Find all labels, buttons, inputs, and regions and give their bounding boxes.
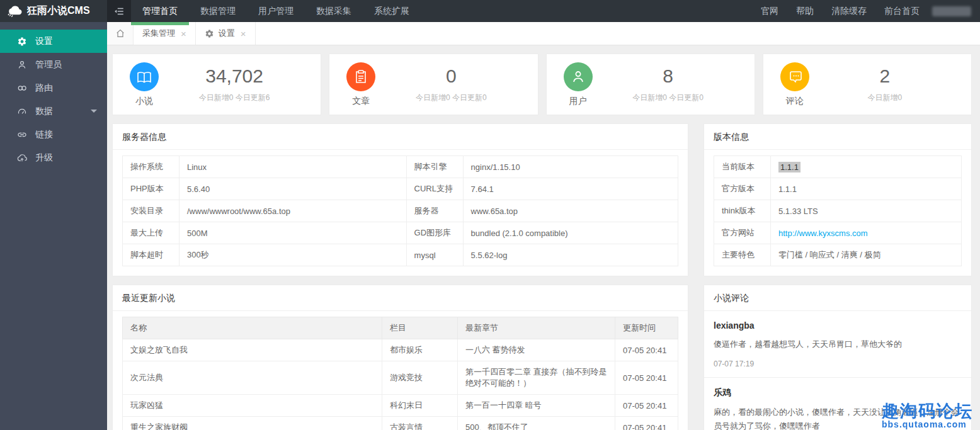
panel-title: 版本信息: [704, 124, 971, 150]
table-row: 官方版本 1.1.1: [714, 178, 962, 200]
stat-card-novels: 小说 34,702 今日新增0 今日更新6: [112, 54, 321, 115]
info-label: GD图形库: [406, 222, 463, 244]
table-row: think版本 5.1.33 LTS: [714, 200, 962, 222]
topbar: 狂雨小说CMS 管理首页 数据管理 用户管理 数据采集 系统扩展 官网 帮助 清…: [0, 0, 980, 22]
sidebar-item-admins[interactable]: 管理员: [0, 53, 107, 76]
main-content: 小说 34,702 今日新增0 今日更新6 文章 0 今日新增0 今日更新0: [107, 45, 980, 430]
info-label: 安装目录: [123, 200, 179, 222]
gear-icon: [205, 29, 214, 38]
info-value: /www/wwwroot/www.65a.top: [179, 200, 407, 222]
article-stat-circle: [346, 62, 375, 91]
panel-title: 服务器信息: [113, 124, 688, 150]
topbar-right-nav: 官网 帮助 清除缓存 前台首页: [752, 0, 980, 22]
info-value: nginx/1.15.10: [463, 156, 678, 178]
stat-value: 0: [379, 65, 523, 87]
watermark-title: 趣淘码论坛: [882, 402, 973, 420]
info-label: 主要特色: [714, 244, 771, 266]
route-icon: [17, 83, 27, 93]
nav-item-user-management[interactable]: 用户管理: [247, 0, 305, 22]
stat-label: 文章: [352, 96, 370, 107]
sidebar-item-data[interactable]: 数据: [0, 99, 107, 123]
sidebar-item-settings[interactable]: 设置: [0, 30, 107, 53]
novel-update-time: 07-05 20:41: [615, 417, 678, 430]
tab-label: 设置: [219, 28, 235, 39]
book-icon: [137, 69, 152, 84]
info-label: 官方网站: [714, 222, 771, 244]
sidebar-item-routes[interactable]: 路由: [0, 76, 107, 99]
chevron-down-icon: [91, 110, 97, 113]
nav-item-data-management[interactable]: 数据管理: [189, 0, 247, 22]
username-redacted[interactable]: [932, 6, 971, 16]
comment-text: 傻逼作者，越看越想骂人，天天吊胃口，草他大爷的: [714, 337, 962, 351]
nav-item-admin-home[interactable]: 管理首页: [131, 0, 189, 22]
info-label: 当前版本: [714, 156, 771, 178]
info-value: 7.64.1: [463, 178, 678, 200]
novel-latest-chapter: 第一百一十四章 暗号: [458, 395, 615, 417]
official-site-link[interactable]: http://www.kyxscms.com: [778, 229, 868, 238]
app-logo[interactable]: 狂雨小说CMS: [0, 0, 107, 22]
tabbar: 采集管理 × 设置 ×: [107, 22, 980, 45]
stat-label: 用户: [569, 96, 587, 107]
tab-collection-management[interactable]: 采集管理 ×: [134, 22, 196, 45]
sidebar-item-label: 管理员: [35, 59, 62, 71]
novel-category: 都市娱乐: [382, 339, 458, 361]
stat-value: 8: [596, 65, 741, 87]
nav-item-official-site[interactable]: 官网: [752, 0, 787, 22]
nav-item-clear-cache[interactable]: 清除缓存: [823, 0, 875, 22]
nav-item-frontend-home[interactable]: 前台首页: [875, 0, 928, 22]
close-icon[interactable]: ×: [181, 29, 186, 38]
data-gauge-icon: [17, 106, 27, 116]
nav-item-system-extension[interactable]: 系统扩展: [363, 0, 421, 22]
hamburger-icon: [113, 6, 125, 17]
sidebar-item-upgrade[interactable]: 升级: [0, 146, 107, 169]
article-icon: [353, 69, 368, 84]
column-header: 更新时间: [615, 317, 678, 339]
stat-cards-row: 小说 34,702 今日新增0 今日更新6 文章 0 今日新增0 今日更新0: [112, 54, 972, 115]
table-row: 玩家凶猛 科幻末日 第一百一十四章 暗号 07-05 20:41: [123, 395, 678, 417]
info-value: 5.5.62-log: [463, 244, 678, 266]
stat-subtitle: 今日新增0 今日更新6: [162, 93, 307, 103]
close-icon[interactable]: ×: [241, 29, 246, 38]
tab-home[interactable]: [107, 22, 134, 45]
stat-value: 2: [812, 65, 957, 87]
stat-label: 评论: [786, 96, 804, 107]
list-item: lexiangba 傻逼作者，越看越想骂人，天天吊胃口，草他大爷的 07-07 …: [704, 311, 971, 378]
panel-title: 小说评论: [704, 285, 971, 311]
table-row: 官方网站 http://www.kyxscms.com: [714, 222, 962, 244]
comment-author: lexiangba: [714, 320, 962, 331]
app-title: 狂雨小说CMS: [27, 4, 90, 18]
column-header: 最新章节: [458, 317, 615, 339]
novel-latest-chapter: 500、都顶不住了: [458, 417, 615, 430]
table-row: 主要特色 零门槛 / 响应式 / 清爽 / 极简: [714, 244, 962, 266]
table-row: 安装目录 /www/wwwroot/www.65a.top 服务器 www.65…: [123, 200, 678, 222]
sidebar-collapse-button[interactable]: [107, 0, 131, 22]
nav-item-help[interactable]: 帮助: [787, 0, 823, 22]
novel-update-time: 07-05 20:41: [615, 395, 678, 417]
main-nav: 管理首页 数据管理 用户管理 数据采集 系统扩展: [131, 0, 421, 22]
info-value: 5.1.33 LTS: [771, 200, 962, 222]
sidebar-item-label: 升级: [35, 152, 53, 164]
info-value: bundled (2.1.0 compatible): [463, 222, 678, 244]
info-value: 300秒: [179, 244, 407, 266]
table-header-row: 名称 栏目 最新章节 更新时间: [123, 317, 678, 339]
nav-item-data-collection[interactable]: 数据采集: [305, 0, 363, 22]
table-row: 次元法典 游戏竞技 第一千四百零二章 直接弃（抽不到玲是绝对不可能的！） 07-…: [123, 361, 678, 395]
column-header: 名称: [123, 317, 382, 339]
novel-category: 游戏竞技: [382, 361, 458, 395]
novel-name: 玩家凶猛: [123, 395, 382, 417]
panel-title: 最近更新小说: [113, 285, 688, 311]
info-label: 服务器: [406, 200, 463, 222]
stat-card-comments: 评论 2 今日新增0: [763, 54, 972, 115]
novel-stat-circle: [130, 62, 159, 91]
gear-icon: [17, 37, 27, 47]
info-label: 脚本引擎: [406, 156, 463, 178]
info-value: 1.1.1: [771, 156, 962, 178]
tab-settings[interactable]: 设置 ×: [196, 22, 256, 45]
info-label: 脚本超时: [123, 244, 179, 266]
forum-watermark: 趣淘码论坛 bbs.qutaoma.com: [882, 402, 973, 429]
sidebar-item-label: 路由: [35, 82, 53, 94]
recent-novels-panel: 最近更新小说 名称 栏目 最新章节 更新时间 文娱之放飞自我 都市娱乐 一八六 …: [112, 285, 688, 430]
admin-user-icon: [17, 60, 27, 70]
info-label: PHP版本: [123, 178, 179, 200]
sidebar-item-links[interactable]: 链接: [0, 123, 107, 146]
